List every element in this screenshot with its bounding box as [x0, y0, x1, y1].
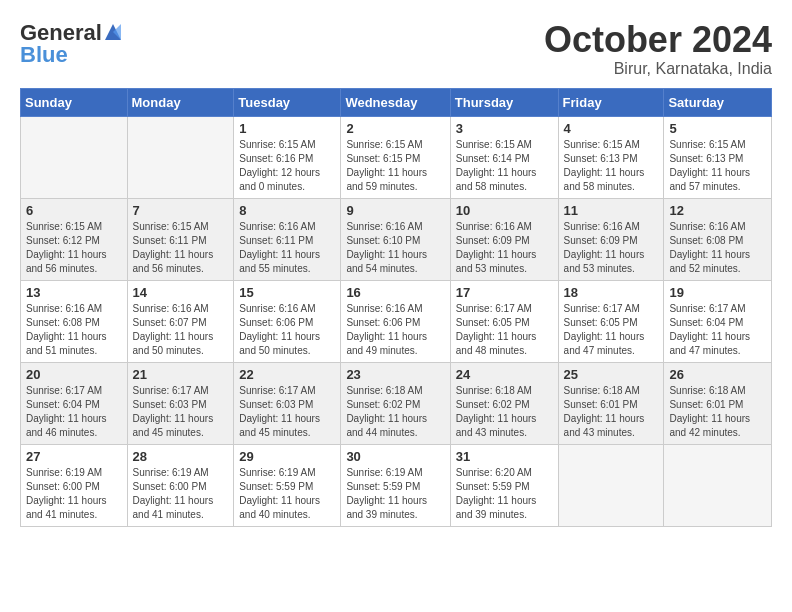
weekday-header-row: SundayMondayTuesdayWednesdayThursdayFrid…	[21, 88, 772, 116]
calendar-cell: 26Sunrise: 6:18 AM Sunset: 6:01 PM Dayli…	[664, 362, 772, 444]
day-info: Sunrise: 6:16 AM Sunset: 6:11 PM Dayligh…	[239, 220, 335, 276]
day-number: 9	[346, 203, 444, 218]
day-number: 5	[669, 121, 766, 136]
day-info: Sunrise: 6:18 AM Sunset: 6:02 PM Dayligh…	[456, 384, 553, 440]
calendar-cell: 27Sunrise: 6:19 AM Sunset: 6:00 PM Dayli…	[21, 444, 128, 526]
calendar-cell: 6Sunrise: 6:15 AM Sunset: 6:12 PM Daylig…	[21, 198, 128, 280]
day-number: 7	[133, 203, 229, 218]
logo-blue: Blue	[20, 42, 68, 68]
calendar-cell: 12Sunrise: 6:16 AM Sunset: 6:08 PM Dayli…	[664, 198, 772, 280]
calendar-cell	[21, 116, 128, 198]
day-number: 21	[133, 367, 229, 382]
calendar-cell: 16Sunrise: 6:16 AM Sunset: 6:06 PM Dayli…	[341, 280, 450, 362]
day-info: Sunrise: 6:16 AM Sunset: 6:10 PM Dayligh…	[346, 220, 444, 276]
day-number: 20	[26, 367, 122, 382]
day-info: Sunrise: 6:15 AM Sunset: 6:16 PM Dayligh…	[239, 138, 335, 194]
day-info: Sunrise: 6:18 AM Sunset: 6:01 PM Dayligh…	[669, 384, 766, 440]
day-info: Sunrise: 6:15 AM Sunset: 6:13 PM Dayligh…	[669, 138, 766, 194]
page-header: General Blue October 2024 Birur, Karnata…	[20, 20, 772, 78]
calendar-week-row: 20Sunrise: 6:17 AM Sunset: 6:04 PM Dayli…	[21, 362, 772, 444]
calendar-week-row: 1Sunrise: 6:15 AM Sunset: 6:16 PM Daylig…	[21, 116, 772, 198]
day-number: 15	[239, 285, 335, 300]
calendar-cell: 11Sunrise: 6:16 AM Sunset: 6:09 PM Dayli…	[558, 198, 664, 280]
calendar-cell: 23Sunrise: 6:18 AM Sunset: 6:02 PM Dayli…	[341, 362, 450, 444]
calendar-cell: 24Sunrise: 6:18 AM Sunset: 6:02 PM Dayli…	[450, 362, 558, 444]
weekday-header: Tuesday	[234, 88, 341, 116]
calendar-cell	[127, 116, 234, 198]
day-number: 27	[26, 449, 122, 464]
calendar-cell: 30Sunrise: 6:19 AM Sunset: 5:59 PM Dayli…	[341, 444, 450, 526]
day-info: Sunrise: 6:16 AM Sunset: 6:08 PM Dayligh…	[669, 220, 766, 276]
day-info: Sunrise: 6:16 AM Sunset: 6:07 PM Dayligh…	[133, 302, 229, 358]
location: Birur, Karnataka, India	[544, 60, 772, 78]
day-number: 25	[564, 367, 659, 382]
calendar-cell: 3Sunrise: 6:15 AM Sunset: 6:14 PM Daylig…	[450, 116, 558, 198]
calendar-cell: 2Sunrise: 6:15 AM Sunset: 6:15 PM Daylig…	[341, 116, 450, 198]
calendar-week-row: 6Sunrise: 6:15 AM Sunset: 6:12 PM Daylig…	[21, 198, 772, 280]
calendar-cell: 21Sunrise: 6:17 AM Sunset: 6:03 PM Dayli…	[127, 362, 234, 444]
day-number: 3	[456, 121, 553, 136]
day-number: 8	[239, 203, 335, 218]
calendar-cell: 7Sunrise: 6:15 AM Sunset: 6:11 PM Daylig…	[127, 198, 234, 280]
day-number: 26	[669, 367, 766, 382]
day-number: 14	[133, 285, 229, 300]
day-info: Sunrise: 6:15 AM Sunset: 6:14 PM Dayligh…	[456, 138, 553, 194]
day-info: Sunrise: 6:19 AM Sunset: 5:59 PM Dayligh…	[346, 466, 444, 522]
calendar-cell: 8Sunrise: 6:16 AM Sunset: 6:11 PM Daylig…	[234, 198, 341, 280]
day-info: Sunrise: 6:19 AM Sunset: 6:00 PM Dayligh…	[133, 466, 229, 522]
calendar-cell: 14Sunrise: 6:16 AM Sunset: 6:07 PM Dayli…	[127, 280, 234, 362]
calendar-cell	[664, 444, 772, 526]
day-number: 1	[239, 121, 335, 136]
calendar-cell: 25Sunrise: 6:18 AM Sunset: 6:01 PM Dayli…	[558, 362, 664, 444]
day-info: Sunrise: 6:20 AM Sunset: 5:59 PM Dayligh…	[456, 466, 553, 522]
day-info: Sunrise: 6:15 AM Sunset: 6:15 PM Dayligh…	[346, 138, 444, 194]
weekday-header: Monday	[127, 88, 234, 116]
calendar-cell: 13Sunrise: 6:16 AM Sunset: 6:08 PM Dayli…	[21, 280, 128, 362]
month-title: October 2024	[544, 20, 772, 60]
day-info: Sunrise: 6:16 AM Sunset: 6:09 PM Dayligh…	[456, 220, 553, 276]
title-block: October 2024 Birur, Karnataka, India	[544, 20, 772, 78]
day-info: Sunrise: 6:16 AM Sunset: 6:06 PM Dayligh…	[346, 302, 444, 358]
day-number: 4	[564, 121, 659, 136]
day-number: 24	[456, 367, 553, 382]
day-info: Sunrise: 6:15 AM Sunset: 6:11 PM Dayligh…	[133, 220, 229, 276]
day-number: 29	[239, 449, 335, 464]
calendar: SundayMondayTuesdayWednesdayThursdayFrid…	[20, 88, 772, 527]
logo: General Blue	[20, 20, 123, 68]
logo-icon	[103, 22, 123, 42]
weekday-header: Thursday	[450, 88, 558, 116]
day-info: Sunrise: 6:17 AM Sunset: 6:04 PM Dayligh…	[669, 302, 766, 358]
calendar-cell: 9Sunrise: 6:16 AM Sunset: 6:10 PM Daylig…	[341, 198, 450, 280]
calendar-week-row: 27Sunrise: 6:19 AM Sunset: 6:00 PM Dayli…	[21, 444, 772, 526]
calendar-cell: 18Sunrise: 6:17 AM Sunset: 6:05 PM Dayli…	[558, 280, 664, 362]
day-number: 30	[346, 449, 444, 464]
calendar-cell: 19Sunrise: 6:17 AM Sunset: 6:04 PM Dayli…	[664, 280, 772, 362]
day-info: Sunrise: 6:15 AM Sunset: 6:12 PM Dayligh…	[26, 220, 122, 276]
calendar-cell: 4Sunrise: 6:15 AM Sunset: 6:13 PM Daylig…	[558, 116, 664, 198]
day-number: 11	[564, 203, 659, 218]
calendar-cell: 10Sunrise: 6:16 AM Sunset: 6:09 PM Dayli…	[450, 198, 558, 280]
calendar-cell: 5Sunrise: 6:15 AM Sunset: 6:13 PM Daylig…	[664, 116, 772, 198]
day-number: 16	[346, 285, 444, 300]
calendar-cell: 17Sunrise: 6:17 AM Sunset: 6:05 PM Dayli…	[450, 280, 558, 362]
calendar-cell: 15Sunrise: 6:16 AM Sunset: 6:06 PM Dayli…	[234, 280, 341, 362]
day-info: Sunrise: 6:17 AM Sunset: 6:03 PM Dayligh…	[133, 384, 229, 440]
calendar-cell: 29Sunrise: 6:19 AM Sunset: 5:59 PM Dayli…	[234, 444, 341, 526]
day-number: 10	[456, 203, 553, 218]
calendar-cell: 28Sunrise: 6:19 AM Sunset: 6:00 PM Dayli…	[127, 444, 234, 526]
day-number: 18	[564, 285, 659, 300]
calendar-week-row: 13Sunrise: 6:16 AM Sunset: 6:08 PM Dayli…	[21, 280, 772, 362]
day-number: 12	[669, 203, 766, 218]
day-info: Sunrise: 6:17 AM Sunset: 6:05 PM Dayligh…	[564, 302, 659, 358]
day-number: 6	[26, 203, 122, 218]
day-info: Sunrise: 6:18 AM Sunset: 6:02 PM Dayligh…	[346, 384, 444, 440]
calendar-cell: 1Sunrise: 6:15 AM Sunset: 6:16 PM Daylig…	[234, 116, 341, 198]
calendar-cell: 20Sunrise: 6:17 AM Sunset: 6:04 PM Dayli…	[21, 362, 128, 444]
day-number: 17	[456, 285, 553, 300]
day-info: Sunrise: 6:18 AM Sunset: 6:01 PM Dayligh…	[564, 384, 659, 440]
weekday-header: Saturday	[664, 88, 772, 116]
weekday-header: Wednesday	[341, 88, 450, 116]
day-number: 2	[346, 121, 444, 136]
day-number: 31	[456, 449, 553, 464]
day-info: Sunrise: 6:19 AM Sunset: 5:59 PM Dayligh…	[239, 466, 335, 522]
